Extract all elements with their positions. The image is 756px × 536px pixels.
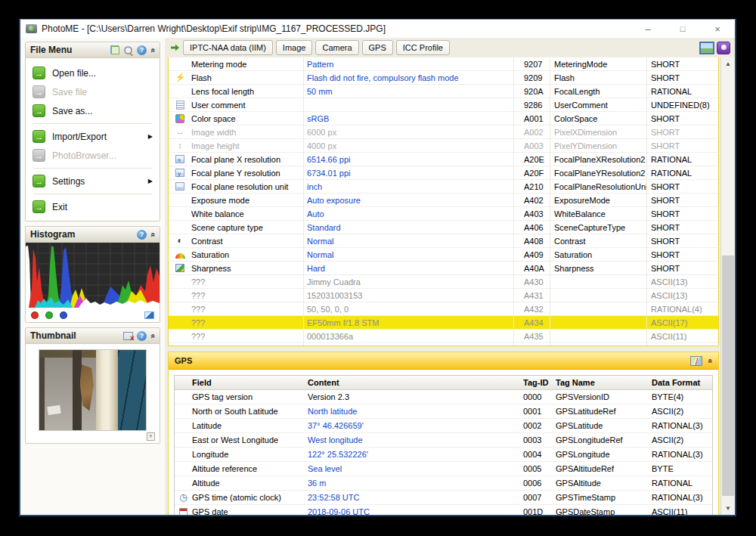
close-button[interactable]: × <box>700 20 735 38</box>
row-icon-cell <box>175 464 192 474</box>
collapse-icon[interactable]: « <box>705 358 714 363</box>
field-content: 000013366a <box>303 332 513 341</box>
tag-name: Saturation <box>550 250 646 259</box>
table-row[interactable]: ???000013366aA435ASCII(11) <box>169 330 718 343</box>
menu-item-import-export[interactable]: →Import/Export▶ <box>26 127 160 146</box>
menu-item-settings[interactable]: →Settings▶ <box>26 172 160 191</box>
field-content: Hard <box>303 264 513 273</box>
table-row[interactable]: User comment9286UserCommentUNDEFINED(8) <box>169 98 718 112</box>
file-menu-panel: File Menu ? « →Open file...→Save file→Sa… <box>25 42 160 222</box>
field-name: ??? <box>191 305 303 314</box>
table-row[interactable]: Focal plane resolution unitinchA210Focal… <box>169 180 718 194</box>
window-controls: – □ × <box>631 20 735 38</box>
histogram-chart <box>26 243 160 308</box>
table-row[interactable]: ContrastNormalA408ContrastSHORT <box>169 234 718 248</box>
tab-image[interactable]: Image <box>276 40 313 55</box>
menu-separator <box>33 123 152 124</box>
table-row[interactable]: GPS date2018-09-06 UTC001DGPSDateStampAS… <box>175 505 712 515</box>
scrollbar-thumb[interactable] <box>722 256 734 496</box>
gps-section-header[interactable]: GPS « <box>169 352 718 370</box>
table-row[interactable]: White balanceAutoA403WhiteBalanceSHORT <box>169 207 718 221</box>
collapse-icon[interactable]: « <box>148 48 156 52</box>
collapse-icon[interactable]: « <box>148 333 156 338</box>
table-row[interactable]: Metering modePattern9207MeteringModeSHOR… <box>169 57 718 71</box>
table-row[interactable]: ???Jimmy CuadraA430ASCII(13) <box>169 275 718 289</box>
data-format: RATIONAL(3) <box>648 450 712 459</box>
table-row[interactable]: GPS tag versionVersion 2.30000GPSVersion… <box>175 390 712 404</box>
table-row[interactable]: SharpnessHardA40ASharpnessSHORT <box>169 262 718 275</box>
table-row[interactable]: Exposure modeAuto exposureA402ExposureMo… <box>169 194 718 207</box>
data-format: UNDEFINED(8) <box>646 101 718 110</box>
no-icon <box>175 59 185 69</box>
main-area: IPTC-NAA data (IIM)ImageCameraGPSICC Pro… <box>165 38 735 515</box>
menu-item-open-file[interactable]: →Open file... <box>26 64 160 82</box>
help-icon[interactable]: ? <box>137 331 147 341</box>
pages-icon[interactable] <box>110 45 119 54</box>
tag-id: A435 <box>513 332 550 341</box>
tab-icc-profile[interactable]: ICC Profile <box>396 40 450 55</box>
remove-thumbnail-icon[interactable] <box>123 332 133 340</box>
scroll-up-button[interactable]: ▲ <box>721 57 735 70</box>
maximize-button[interactable]: □ <box>665 20 700 38</box>
viewer-icon[interactable] <box>699 42 714 54</box>
table-row[interactable]: SaturationNormalA409SaturationSHORT <box>169 248 718 262</box>
collapse-icon[interactable]: « <box>148 232 156 237</box>
field-content: 50 mm <box>303 87 513 96</box>
minimize-button[interactable]: – <box>631 20 665 38</box>
table-row[interactable]: Image width6000 pxA002PixelXDimensionSHO… <box>169 125 718 139</box>
histogram-scale-icon[interactable] <box>144 311 154 319</box>
tab-camera[interactable]: Camera <box>315 40 358 55</box>
tag-id: A001 <box>513 114 550 123</box>
row-icon-cell <box>169 182 191 191</box>
row-icon-cell <box>169 264 191 272</box>
tag-id: A408 <box>513 237 550 246</box>
data-format: SHORT <box>646 250 718 259</box>
menu-item-exit[interactable]: →Exit <box>26 197 160 216</box>
table-row[interactable]: Altitude36 m0006GPSAltitudeRATIONAL <box>175 476 712 491</box>
help-icon[interactable]: ? <box>137 230 147 240</box>
table-row[interactable]: Altitude referenceSea level0005GPSAltitu… <box>175 462 712 476</box>
tag-id: 920A <box>513 87 550 96</box>
table-row[interactable]: East or West LongitudeWest longitude0003… <box>175 433 712 448</box>
tag-id: 0000 <box>517 392 552 401</box>
column-header-content: Content <box>304 378 517 387</box>
table-row[interactable]: Lens focal length50 mm920AFocalLengthRAT… <box>169 85 718 98</box>
menu-item-label: Save as... <box>52 106 92 116</box>
scroll-down-button[interactable]: ▼ <box>721 502 735 515</box>
table-row[interactable]: ???50, 50, 0, 0A432RATIONAL(4) <box>169 302 718 316</box>
table-row[interactable]: North or South LatitudeNorth latitude000… <box>175 404 712 419</box>
data-format: SHORT <box>646 209 718 218</box>
thumbnail-column <box>96 350 119 430</box>
vertical-scrollbar[interactable]: ▲ ▼ <box>720 57 735 515</box>
tab-gps[interactable]: GPS <box>362 40 393 55</box>
table-row[interactable]: Image height4000 pxA003PixelYDimensionSH… <box>169 139 718 153</box>
table-row[interactable]: ???EF50mm f/1.8 STMA434ASCII(17) <box>169 316 718 330</box>
field-name: User comment <box>191 101 303 110</box>
table-row[interactable]: ???152031003153A431ASCII(13) <box>169 289 718 302</box>
table-row[interactable]: GPS time (atomic clock)23:52:58 UTC0007G… <box>175 491 712 505</box>
contrast-icon <box>175 236 185 246</box>
table-row[interactable]: Longitude122° 25.532226'0004GPSLongitude… <box>175 448 712 462</box>
field-content: 6734.01 ppi <box>303 169 513 178</box>
help-icon[interactable]: ? <box>137 45 147 55</box>
photo-pin-icon[interactable] <box>717 42 730 54</box>
magnifier-icon[interactable] <box>123 45 133 55</box>
tag-name: GPSLatitudeRef <box>552 407 648 416</box>
blue-channel-button[interactable] <box>60 311 67 319</box>
table-row[interactable]: Focal plane Y resolution6734.01 ppiA20FF… <box>169 166 718 180</box>
red-channel-button[interactable] <box>31 311 39 319</box>
tag-id: 0003 <box>517 435 552 445</box>
table-row[interactable]: Focal plane X resolution6514.66 ppiA20EF… <box>169 153 718 166</box>
green-channel-button[interactable] <box>45 311 53 319</box>
table-row[interactable]: FlashFlash did not fire, compulsory flas… <box>169 71 718 85</box>
table-row[interactable]: Scene capture typeStandardA406SceneCaptu… <box>169 221 718 234</box>
map-icon[interactable] <box>690 356 702 366</box>
menu-item-save-file[interactable]: →Save file <box>26 82 160 101</box>
table-row[interactable]: Color spacesRGBA001ColorSpaceSHORT <box>169 112 718 125</box>
tag-name: GPSTimeStamp <box>552 493 648 502</box>
menu-item-photobrowser[interactable]: →PhotoBrowser... <box>26 146 160 165</box>
tab-iptc-naa-data-iim[interactable]: IPTC-NAA data (IIM) <box>183 40 273 55</box>
menu-item-save-as[interactable]: →Save as... <box>26 101 160 120</box>
table-row[interactable]: Latitude37° 46.426659'0002GPSLatitudeRAT… <box>175 419 712 433</box>
thumbnail-zoom-button[interactable]: + <box>147 432 155 441</box>
